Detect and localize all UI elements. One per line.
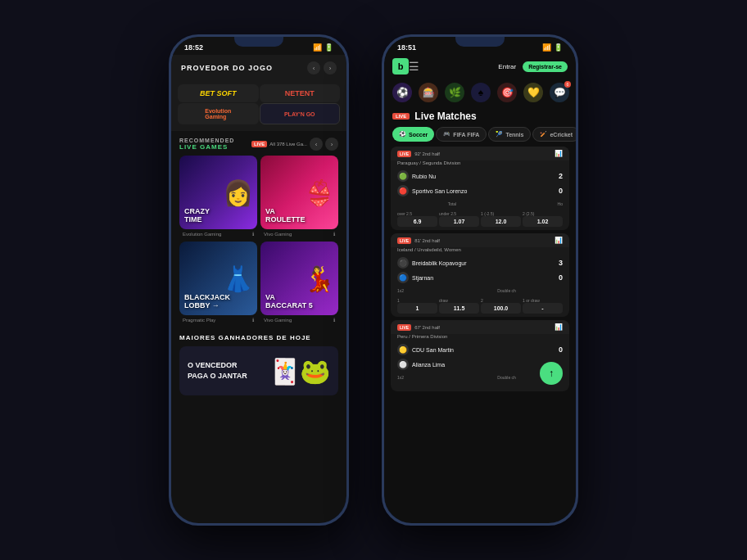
status-bar-sports: 18:51 📶 🔋 (384, 37, 576, 55)
chat-icon-wrapper[interactable]: 💬 6 (550, 83, 569, 102)
scroll-up-button[interactable]: ↑ (540, 362, 563, 385)
crazy-time-provider: Evolution Gaming ℹ (179, 229, 257, 238)
roulette-provider: Vivo Gaming ℹ (260, 229, 338, 238)
sport-icon-5[interactable]: 💛 (523, 83, 543, 102)
tab-ecricket[interactable]: 🏏 eCricket (532, 127, 576, 142)
games-grid: 👩 CRAZYTIME Evolution Gaming ℹ (179, 156, 338, 324)
playngo-logo[interactable]: PLAY'N GO (260, 103, 341, 124)
winner-text: O VENCEDOR PAGA O JANTAR (188, 360, 247, 381)
sports-icons-row: ⚽ 🎰 🌿 ♠ 🎯 💛 💬 6 (384, 78, 576, 107)
status-icons-sports: 📶 🔋 (542, 43, 563, 52)
team-score-1a: 2 (559, 172, 563, 180)
team-row-3a: 🟡 CDU San Martin 0 (397, 342, 563, 357)
sport-icon-1[interactable]: 🎰 (419, 83, 438, 102)
match-card-1: LIVE 92' 2nd half 📊 Paraguay / Segunda D… (391, 147, 569, 230)
sport-tabs: ⚽ Soccer 🎮 FIFA FIFA 🎾 Tennis 🏏 eCricket (384, 127, 576, 147)
match-stats-icon-1[interactable]: 📊 (555, 150, 563, 157)
live-matches-header: LIVE Live Matches (384, 107, 576, 127)
provider-header: PROVEDOR DO JOGO ‹ › (171, 55, 346, 81)
match-live-badge-2: LIVE (397, 237, 411, 244)
match-teams-2: ⚫ Breidablik Kopavogur 3 🔵 Stjarnan 0 (391, 254, 569, 287)
match-live-badge-3: LIVE (397, 324, 411, 331)
baccarat-figure: 💃 (300, 242, 339, 315)
live-badge: LIVE (251, 141, 267, 147)
netent-logo[interactable]: NETENT (260, 84, 341, 102)
match-odds-2: 1 1 draw 11.5 2 100.0 1 or draw (391, 295, 569, 317)
team-name-3b: Alianza Lima (412, 362, 445, 368)
match-odds-1: over 2.5 6.9 under 2.5 1.07 1 (-2.5) 12.… (391, 208, 569, 230)
tab-fifa[interactable]: 🎮 FIFA FIFA (436, 127, 487, 142)
live-badge-main: LIVE (392, 113, 410, 120)
recommended-section: RECOMMENDED LIVE GAMES LIVE All 378 Live… (171, 131, 346, 327)
blackjack-provider: Pragmatic Play ℹ (179, 315, 257, 324)
team-name-1b: Sportivo San Lorenzo (412, 188, 467, 194)
team-score-1b: 0 (559, 187, 563, 195)
sports-nav: b ☰ Entrar Registrar-se (384, 55, 576, 78)
odds-val-1a[interactable]: 6.9 (397, 216, 437, 227)
scene: 18:52 📶 🔋 PROVEDOR DO JOGO ‹ › (0, 0, 747, 560)
team-name-1a: Rubio Nu (412, 174, 436, 179)
registrar-button[interactable]: Registrar-se (523, 61, 568, 72)
team-score-2b: 0 (559, 273, 563, 282)
betsoft-logo[interactable]: BET SOFT (178, 84, 259, 102)
team-icon-3b: ⚪ (397, 359, 409, 370)
winner-card: O VENCEDOR PAGA O JANTAR 🃏🐸 (179, 346, 338, 395)
odds-val-2d[interactable]: - (523, 303, 563, 314)
sport-icon-2[interactable]: 🌿 (445, 83, 464, 102)
game-card-roulette[interactable]: 👙 VAROULETTE Vivo Gaming ℹ (260, 156, 338, 238)
match-time-1: 92' 2nd half (414, 151, 440, 156)
matches-list: LIVE 92' 2nd half 📊 Paraguay / Segunda D… (384, 147, 576, 523)
evolution-logo[interactable]: EvolutionGaming (178, 103, 259, 124)
sport-icon-0[interactable]: ⚽ (392, 83, 412, 102)
all-games-label[interactable]: LIVE All 378 Live Ga... ‹ › (251, 138, 338, 151)
games-next-arrow[interactable]: › (325, 138, 338, 151)
recommended-header: RECOMMENDED LIVE GAMES LIVE All 378 Live… (179, 138, 338, 151)
odds-val-2b[interactable]: 11.5 (439, 303, 479, 314)
provider-nav-arrows[interactable]: ‹ › (307, 61, 337, 75)
provider-next-arrow[interactable]: › (324, 61, 337, 75)
match-stats-icon-3[interactable]: 📊 (555, 323, 563, 331)
odds-labels-1: Total Ho (391, 200, 569, 208)
sport-icon-4[interactable]: 🎯 (497, 83, 517, 102)
odds-val-2c[interactable]: 100.0 (481, 303, 521, 314)
time-sports: 18:51 (397, 43, 416, 52)
game-card-blackjack[interactable]: 👗 BLACKJACKLOBBY → Pragmatic Play ℹ (179, 242, 257, 324)
team-name-2a: Breidablik Kopavogur (412, 260, 467, 266)
match-league-1: Paraguay / Segunda Division (391, 160, 569, 167)
odds-val-1c[interactable]: 12.0 (481, 216, 521, 227)
phone-sports: 18:51 📶 🔋 b ☰ Entrar Registrar-se (382, 34, 578, 526)
match-league-3: Peru / Primera Division (391, 334, 569, 341)
team-row-1a: 🟢 Rubio Nu 2 (397, 169, 563, 183)
roulette-figure: 👙 (300, 156, 339, 229)
provider-prev-arrow[interactable]: ‹ (307, 61, 320, 75)
match-teams-1: 🟢 Rubio Nu 2 🔴 Sportivo San Lorenzo 0 (391, 167, 569, 200)
odds-val-1d[interactable]: 1.02 (523, 216, 563, 227)
match-league-2: Iceland / Urvalsdeild, Women (391, 247, 569, 254)
tab-tennis[interactable]: 🎾 Tennis (488, 127, 531, 142)
chat-badge: 6 (564, 81, 571, 88)
sport-icon-3[interactable]: ♠ (471, 83, 491, 102)
match-odds-3 (391, 382, 569, 391)
tab-soccer[interactable]: ⚽ Soccer (392, 127, 434, 142)
game-card-baccarat[interactable]: 💃 VABACCARAT 5 Vivo Gaming ℹ (260, 242, 338, 324)
sports-nav-right: Entrar Registrar-se (498, 61, 568, 72)
entrar-button[interactable]: Entrar (498, 63, 516, 70)
match-stats-icon-2[interactable]: 📊 (555, 237, 563, 244)
match-card-2: LIVE 81' 2nd half 📊 Iceland / Urvalsdeil… (391, 233, 569, 317)
status-bar-casino: 18:52 📶 🔋 (171, 37, 346, 55)
crazy-time-figure: 👩 (219, 156, 258, 229)
match-live-badge-1: LIVE (397, 151, 411, 157)
odds-val-2a[interactable]: 1 (397, 303, 437, 314)
team-score-3a: 0 (559, 345, 563, 354)
odds-val-1b[interactable]: 1.07 (439, 216, 479, 227)
game-card-crazy-time[interactable]: 👩 CRAZYTIME Evolution Gaming ℹ (179, 156, 257, 238)
blackjack-figure: 👗 (219, 242, 258, 315)
games-prev-arrow[interactable]: ‹ (310, 138, 323, 151)
hamburger-menu[interactable]: ☰ (409, 60, 419, 73)
team-score-2a: 3 (559, 259, 563, 267)
match-header-3: LIVE 67' 2nd half 📊 (391, 320, 569, 334)
team-icon-3a: 🟡 (397, 344, 409, 355)
winner-illustration: 🃏🐸 (269, 357, 330, 386)
baccarat-provider: Vivo Gaming ℹ (260, 315, 338, 324)
sports-logo[interactable]: b (392, 58, 409, 75)
